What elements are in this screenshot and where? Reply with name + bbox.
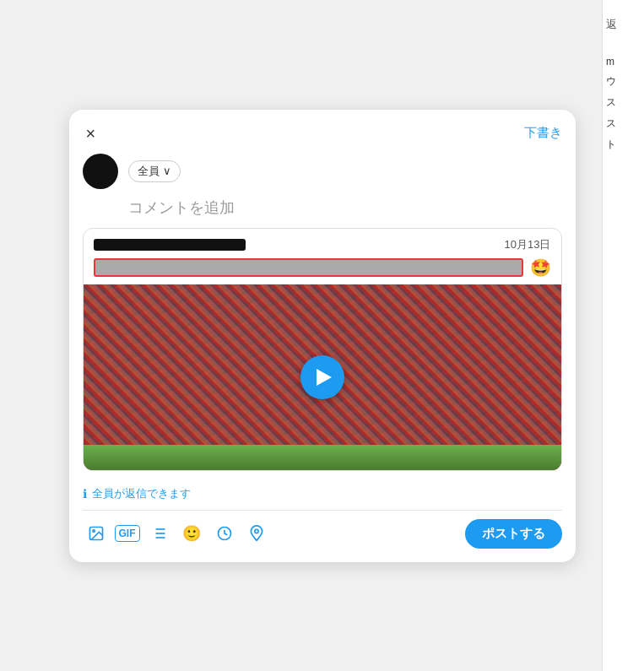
location-button[interactable] xyxy=(243,520,270,547)
side-panel: 返 m ウ ス ス ト xyxy=(602,0,644,671)
side-panel-item2: ウ xyxy=(606,74,641,89)
reply-info: ℹ 全員が返信できます xyxy=(83,479,562,510)
svg-point-10 xyxy=(254,529,257,533)
side-panel-text: 返 xyxy=(606,17,641,32)
compose-toolbar: GIF 🙂 xyxy=(83,510,562,549)
reply-info-text: 全員が返信できます xyxy=(92,486,191,501)
side-panel-item1: m xyxy=(606,56,641,68)
gif-button[interactable]: GIF xyxy=(115,525,140,542)
toolbar-icons: GIF 🙂 xyxy=(83,519,270,548)
emoji-button[interactable]: 🙂 xyxy=(177,519,206,548)
quoted-text-redacted xyxy=(94,258,523,277)
quoted-emoji: 🤩 xyxy=(530,257,551,278)
svg-point-2 xyxy=(92,530,95,533)
image-button[interactable] xyxy=(83,520,110,547)
post-button[interactable]: ポストする xyxy=(465,519,562,549)
avatar xyxy=(83,154,118,189)
modal-header: × 下書き xyxy=(83,123,562,143)
play-button[interactable] xyxy=(300,355,344,399)
audience-row: 全員 ∨ xyxy=(83,154,562,189)
video-thumbnail[interactable] xyxy=(84,284,561,470)
close-button[interactable]: × xyxy=(83,123,100,143)
list-button[interactable] xyxy=(145,520,172,547)
quoted-text-row: 🤩 xyxy=(84,257,561,284)
chevron-down-icon: ∨ xyxy=(163,165,171,177)
compose-modal: × 下書き 全員 ∨ コメントを追加 10月13日 🤩 xyxy=(69,110,576,562)
quoted-date: 10月13日 xyxy=(505,237,551,252)
side-panel-item4: ス xyxy=(606,116,641,131)
play-triangle-icon xyxy=(317,369,332,386)
draft-button[interactable]: 下書き xyxy=(524,125,562,141)
comment-area[interactable]: コメントを追加 xyxy=(83,198,562,218)
audience-selector[interactable]: 全員 ∨ xyxy=(128,160,181,182)
schedule-button[interactable] xyxy=(211,520,238,547)
side-panel-item3: ス xyxy=(606,95,641,110)
quoted-post-card: 10月13日 🤩 xyxy=(83,228,562,471)
audience-label: 全員 xyxy=(138,164,160,179)
comment-placeholder: コメントを追加 xyxy=(128,199,235,216)
quoted-post-header: 10月13日 xyxy=(84,229,561,257)
grass-stripe xyxy=(84,445,561,470)
quoted-username-redacted xyxy=(94,239,246,251)
side-panel-item5: ト xyxy=(606,138,641,152)
info-icon: ℹ xyxy=(83,487,87,501)
